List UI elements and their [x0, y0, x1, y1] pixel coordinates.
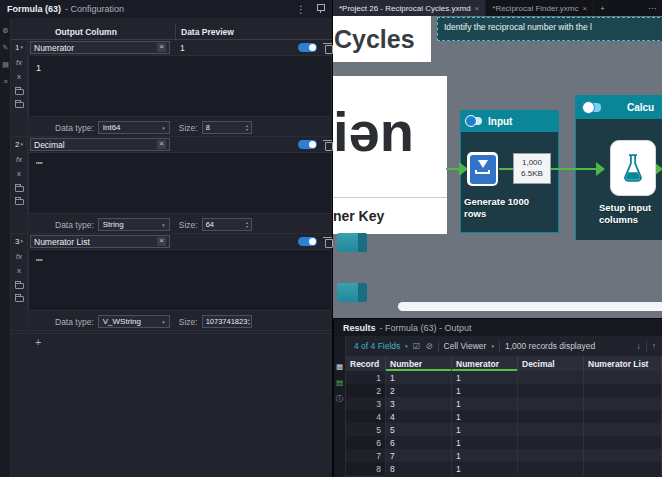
table-row[interactable]: 5 5 1: [346, 423, 662, 436]
close-tab-icon[interactable]: ×: [583, 4, 588, 13]
number-cell[interactable]: 6: [386, 436, 452, 449]
record-cell[interactable]: 5: [346, 423, 386, 436]
fields-filter-button[interactable]: 4 of 4 Fields: [354, 341, 400, 351]
canvas-horizontal-scrollbar[interactable]: [398, 302, 662, 311]
delete-row-icon[interactable]: [323, 42, 333, 53]
cell-viewer-button[interactable]: Cell Viewer: [444, 341, 487, 351]
formula-tool[interactable]: [610, 140, 656, 196]
data-type-select[interactable]: V_WString ▾: [98, 315, 170, 328]
expression-editor[interactable]: "": [28, 249, 332, 311]
column-header[interactable]: Number: [386, 357, 452, 371]
title-comment-box[interactable]: Cycles: [333, 16, 431, 62]
numerator-cell[interactable]: 1: [452, 449, 518, 462]
numerator-cell[interactable]: 1: [452, 371, 518, 384]
add-row-button[interactable]: +: [35, 336, 41, 348]
column-enabled-toggle[interactable]: [298, 140, 317, 149]
table-row[interactable]: 3 3 1: [346, 397, 662, 410]
constants-folder-icon[interactable]: [15, 283, 24, 289]
spinner-icons[interactable]: ▴ ▾: [246, 124, 248, 132]
column-enabled-toggle[interactable]: [298, 237, 317, 246]
spin-down-icon[interactable]: ▾: [246, 128, 248, 132]
row-number[interactable]: 1 ▾: [11, 40, 27, 54]
table-row[interactable]: 2 2 1: [346, 384, 662, 397]
saved-expressions-folder-icon[interactable]: [15, 199, 24, 205]
number-cell[interactable]: 1: [386, 371, 452, 384]
numerator-cell[interactable]: 1: [452, 410, 518, 423]
decimal-cell[interactable]: [518, 371, 584, 384]
tab-reciprocal-finder[interactable]: *Reciprocal Finder.yxmc ×: [486, 0, 594, 16]
numerator-list-cell[interactable]: [584, 384, 662, 397]
saved-expressions-folder-icon[interactable]: [15, 296, 24, 302]
number-cell[interactable]: 5: [386, 423, 452, 436]
column-header[interactable]: Decimal: [518, 357, 584, 371]
container-key-comment-box[interactable]: iner Key: [333, 197, 447, 234]
number-cell[interactable]: 2: [386, 384, 452, 397]
numerator-cell[interactable]: 1: [452, 397, 518, 410]
numerator-list-cell[interactable]: [584, 423, 662, 436]
output-column-input[interactable]: Numerator ×: [30, 41, 170, 54]
expression-editor[interactable]: "": [28, 152, 332, 214]
upload-icon[interactable]: ↑: [652, 341, 656, 351]
delete-row-icon[interactable]: [323, 139, 333, 150]
constants-folder-icon[interactable]: [15, 89, 24, 95]
record-cell[interactable]: 8: [346, 462, 386, 475]
decimal-cell[interactable]: [518, 397, 584, 410]
record-cell[interactable]: 6: [346, 436, 386, 449]
layers-icon[interactable]: ▤: [0, 61, 11, 69]
table-row[interactable]: 1 1 1: [346, 371, 662, 384]
data-type-select[interactable]: Int64 ▾: [98, 121, 170, 134]
clear-field-icon[interactable]: ×: [157, 43, 166, 52]
dropdown-widget[interactable]: ▾: [337, 283, 367, 302]
spinner-icons[interactable]: ▴ ▾: [247, 318, 249, 326]
container-enabled-toggle[interactable]: [583, 103, 601, 112]
column-header[interactable]: Numerator List: [584, 357, 662, 371]
insert-function-icon[interactable]: fx: [11, 252, 27, 262]
spin-down-icon[interactable]: ▾: [247, 322, 249, 326]
annotation-icon[interactable]: ✎: [0, 44, 11, 52]
tab-overflow-menu[interactable]: ⋯: [642, 0, 662, 16]
insert-function-icon[interactable]: fx: [11, 58, 27, 68]
decimal-cell[interactable]: [518, 384, 584, 397]
list-icon[interactable]: ≡: [0, 78, 11, 85]
wrench-icon[interactable]: ⚙: [0, 27, 11, 35]
dropdown-widget[interactable]: ▾: [337, 233, 367, 252]
container-enabled-toggle[interactable]: [466, 117, 482, 125]
insert-variable-icon[interactable]: x: [11, 266, 27, 276]
text-input-tool-icon[interactable]: [467, 152, 498, 186]
numerator-list-cell[interactable]: [584, 436, 662, 449]
numerator-list-cell[interactable]: [584, 371, 662, 384]
select-all-icon[interactable]: ☑: [413, 341, 421, 351]
column-header[interactable]: Numerator: [452, 357, 518, 371]
spinner-icons[interactable]: ▴ ▾: [246, 221, 248, 229]
kebab-menu-icon[interactable]: ⋮: [296, 4, 306, 15]
number-cell[interactable]: 7: [386, 449, 452, 462]
column-header[interactable]: Record: [346, 357, 386, 371]
record-cell[interactable]: 7: [346, 449, 386, 462]
numerator-cell[interactable]: 1: [452, 436, 518, 449]
decimal-cell[interactable]: [518, 423, 584, 436]
decimal-cell[interactable]: [518, 436, 584, 449]
spin-down-icon[interactable]: ▾: [246, 225, 248, 229]
insert-variable-icon[interactable]: x: [11, 169, 27, 179]
numerator-list-cell[interactable]: [584, 462, 662, 475]
saved-expressions-folder-icon[interactable]: [15, 102, 24, 108]
row-number[interactable]: 2 ▾: [11, 137, 27, 151]
output-column-input[interactable]: Decimal ×: [30, 138, 170, 151]
table-row[interactable]: 4 4 1: [346, 410, 662, 423]
metadata-file-icon[interactable]: ▤: [334, 378, 346, 387]
insert-function-icon[interactable]: fx: [11, 155, 27, 165]
data-type-select[interactable]: String ▾: [98, 218, 170, 231]
number-cell[interactable]: 3: [386, 397, 452, 410]
row-number[interactable]: 3 ▾: [11, 234, 27, 248]
tool-annotation[interactable]: 1,000 6.5KB: [513, 153, 551, 184]
calc-container-header[interactable]: Calcu: [575, 95, 662, 119]
record-cell[interactable]: 3: [346, 397, 386, 410]
decimal-cell[interactable]: [518, 449, 584, 462]
size-input[interactable]: 8 ▴ ▾: [202, 121, 252, 134]
record-cell[interactable]: 1: [346, 371, 386, 384]
table-row[interactable]: 8 8 1: [346, 462, 662, 475]
input-container-header[interactable]: Input: [460, 110, 559, 132]
numerator-cell[interactable]: 1: [452, 384, 518, 397]
table-row[interactable]: 7 7 1: [346, 449, 662, 462]
clear-field-icon[interactable]: ×: [157, 140, 166, 149]
